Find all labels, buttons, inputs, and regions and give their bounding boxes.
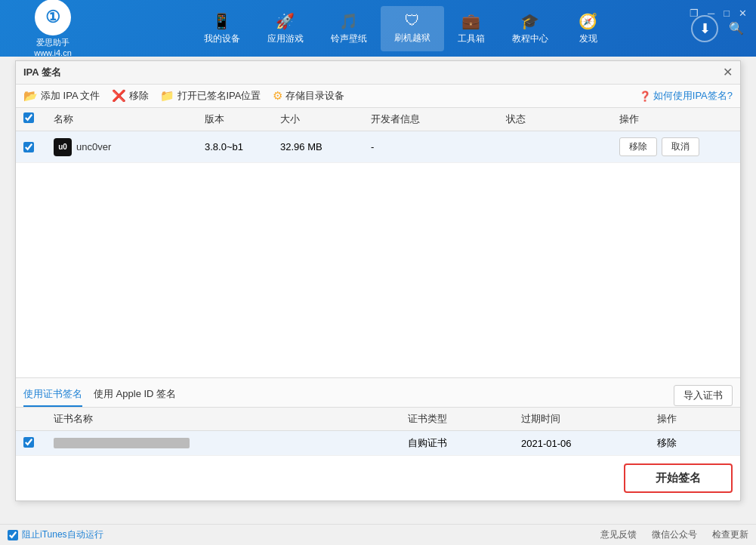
wechat-link[interactable]: 微信公众号 xyxy=(652,528,697,541)
remove-icon: ❌ xyxy=(112,89,126,103)
add-ipa-label: 添加 IPA 文件 xyxy=(41,89,100,103)
cert-tab-group: 使用证书签名 使用 Apple ID 签名 xyxy=(23,384,176,407)
app-name: unc0ver xyxy=(76,141,111,152)
cert-col-name: 证书名称 xyxy=(54,412,408,426)
jailbreak-icon: 🛡 xyxy=(405,12,420,29)
row-size: 32.96 MB xyxy=(280,141,371,152)
feedback-link[interactable]: 意见反馈 xyxy=(600,528,637,541)
nav-tutorials-label: 教程中心 xyxy=(512,32,548,45)
status-left: 阻止iTunes自动运行 xyxy=(8,528,103,541)
add-ipa-btn[interactable]: 📂 添加 IPA 文件 xyxy=(23,89,100,103)
cert-col-action: 操作 xyxy=(657,412,733,426)
nav-tutorials[interactable]: 🎓 教程中心 xyxy=(498,6,562,51)
nav-items: 📱 我的设备 🚀 应用游戏 🎵 铃声壁纸 🛡 刷机越狱 💼 工具箱 🎓 教程中心… xyxy=(113,6,691,51)
nav-ringtones[interactable]: 🎵 铃声壁纸 xyxy=(317,6,381,51)
check-update-link[interactable]: 检查更新 xyxy=(712,528,748,541)
nav-jailbreak-label: 刷机越狱 xyxy=(394,32,430,45)
cert-tabs: 使用证书签名 使用 Apple ID 签名 导入证书 xyxy=(16,378,740,408)
row-remove-btn[interactable]: 移除 xyxy=(619,137,657,156)
cert-col-check xyxy=(23,412,54,426)
cert-row-action: 移除 xyxy=(657,436,733,450)
restore-btn[interactable]: ❐ xyxy=(687,6,702,20)
logo-area: ① 爱思助手 www.i4.cn xyxy=(8,0,98,57)
save-icon: ⚙ xyxy=(273,89,282,103)
col-size: 大小 xyxy=(280,112,371,126)
save-device-label: 存储目录设备 xyxy=(285,89,344,103)
cert-row-type: 自购证书 xyxy=(408,436,521,450)
row-cancel-btn[interactable]: 取消 xyxy=(662,137,699,156)
itunes-label: 阻止iTunes自动运行 xyxy=(22,528,103,541)
nav-ringtones-label: 铃声壁纸 xyxy=(331,32,367,45)
tab-use-cert[interactable]: 使用证书签名 xyxy=(23,384,82,407)
cert-row-name xyxy=(54,438,408,448)
bottom-section: 使用证书签名 使用 Apple ID 签名 导入证书 证书名称 证书类型 过期时… xyxy=(16,377,740,500)
col-status: 状态 xyxy=(506,112,619,126)
close-btn[interactable]: ✕ xyxy=(736,6,750,20)
cert-name-blurred xyxy=(54,438,190,448)
dialog-toolbar: 📂 添加 IPA 文件 ❌ 移除 📁 打开已签名IPA位置 ⚙ 存储目录设备 ❓… xyxy=(16,85,740,108)
table-header: 名称 版本 大小 开发者信息 状态 操作 xyxy=(16,108,740,131)
cert-row-check xyxy=(23,437,54,450)
add-icon: 📂 xyxy=(23,89,38,103)
save-device-btn[interactable]: ⚙ 存储目录设备 xyxy=(273,89,344,103)
logo-text: 爱思助手 www.i4.cn xyxy=(34,37,72,57)
help-label: 如何使用IPA签名? xyxy=(653,89,733,103)
status-bar: 阻止iTunes自动运行 意见反馈 微信公众号 检查更新 xyxy=(0,524,756,545)
logo-icon: ① xyxy=(35,0,71,35)
tutorials-icon: 🎓 xyxy=(520,12,539,30)
table-row: u0 unc0ver 3.8.0~b1 32.96 MB - 移除 取消 xyxy=(16,131,740,163)
row-check xyxy=(23,142,54,152)
dialog-title: IPA 签名 xyxy=(23,66,61,79)
nav-my-device-label: 我的设备 xyxy=(204,32,240,45)
dialog-close-btn[interactable]: ✕ xyxy=(723,66,733,79)
itunes-checkbox[interactable] xyxy=(8,530,18,540)
col-developer: 开发者信息 xyxy=(371,112,506,126)
apps-icon: 🚀 xyxy=(276,12,295,30)
col-actions: 操作 xyxy=(619,112,733,126)
cert-col-expiry: 过期时间 xyxy=(521,412,657,426)
help-icon: ❓ xyxy=(639,91,651,102)
remove-label: 移除 xyxy=(129,89,149,103)
cert-checkbox[interactable] xyxy=(23,437,34,448)
open-signed-btn[interactable]: 📁 打开已签名IPA位置 xyxy=(160,89,261,103)
row-name: u0 unc0ver xyxy=(54,138,205,156)
help-link[interactable]: ❓ 如何使用IPA签名? xyxy=(639,89,733,103)
top-bar: ❐ ─ □ ✕ ① 爱思助手 www.i4.cn 📱 我的设备 🚀 应用游戏 🎵… xyxy=(0,0,756,57)
nav-jailbreak[interactable]: 🛡 刷机越狱 xyxy=(381,6,444,51)
discover-icon: 🧭 xyxy=(579,12,597,30)
row-version: 3.8.0~b1 xyxy=(205,141,280,152)
app-icon: u0 xyxy=(54,138,72,156)
import-cert-btn[interactable]: 导入证书 xyxy=(674,385,733,406)
nav-discover-label: 发现 xyxy=(579,32,597,45)
minimize-btn[interactable]: ─ xyxy=(705,6,717,20)
tab-use-apple-id[interactable]: 使用 Apple ID 签名 xyxy=(94,384,176,407)
cert-row-expiry: 2021-01-06 xyxy=(521,438,657,449)
col-check xyxy=(23,112,54,126)
toolbox-icon: 💼 xyxy=(461,12,480,30)
device-icon: 📱 xyxy=(212,12,231,30)
start-btn-area: 开始签名 xyxy=(16,456,740,500)
start-sign-btn[interactable]: 开始签名 xyxy=(624,463,733,493)
nav-discover[interactable]: 🧭 发现 xyxy=(562,6,615,51)
cert-table-header: 证书名称 证书类型 过期时间 操作 xyxy=(16,408,740,431)
open-signed-label: 打开已签名IPA位置 xyxy=(177,89,261,103)
nav-apps-games[interactable]: 🚀 应用游戏 xyxy=(254,6,317,51)
table-body: u0 unc0ver 3.8.0~b1 32.96 MB - 移除 取消 xyxy=(16,131,740,377)
window-controls: ❐ ─ □ ✕ xyxy=(687,6,750,20)
col-version: 版本 xyxy=(205,112,280,126)
row-checkbox[interactable] xyxy=(23,142,34,152)
remove-btn[interactable]: ❌ 移除 xyxy=(112,89,149,103)
dialog-title-bar: IPA 签名 ✕ xyxy=(16,61,740,85)
cert-col-type: 证书类型 xyxy=(408,412,521,426)
nav-my-device[interactable]: 📱 我的设备 xyxy=(190,6,254,51)
file-table: 名称 版本 大小 开发者信息 状态 操作 u0 unc0ver 3.8.0~b1 xyxy=(16,108,740,377)
ipa-dialog: IPA 签名 ✕ 📂 添加 IPA 文件 ❌ 移除 📁 打开已签名IPA位置 ⚙… xyxy=(15,60,741,501)
status-right: 意见反馈 微信公众号 检查更新 xyxy=(600,528,748,541)
select-all-checkbox[interactable] xyxy=(23,112,34,123)
nav-apps-label: 应用游戏 xyxy=(267,32,304,45)
col-name: 名称 xyxy=(54,112,205,126)
main-content: IPA 签名 ✕ 📂 添加 IPA 文件 ❌ 移除 📁 打开已签名IPA位置 ⚙… xyxy=(0,57,756,524)
nav-toolbox[interactable]: 💼 工具箱 xyxy=(444,6,498,51)
maximize-btn[interactable]: □ xyxy=(721,6,733,20)
row-actions: 移除 取消 xyxy=(619,137,733,156)
